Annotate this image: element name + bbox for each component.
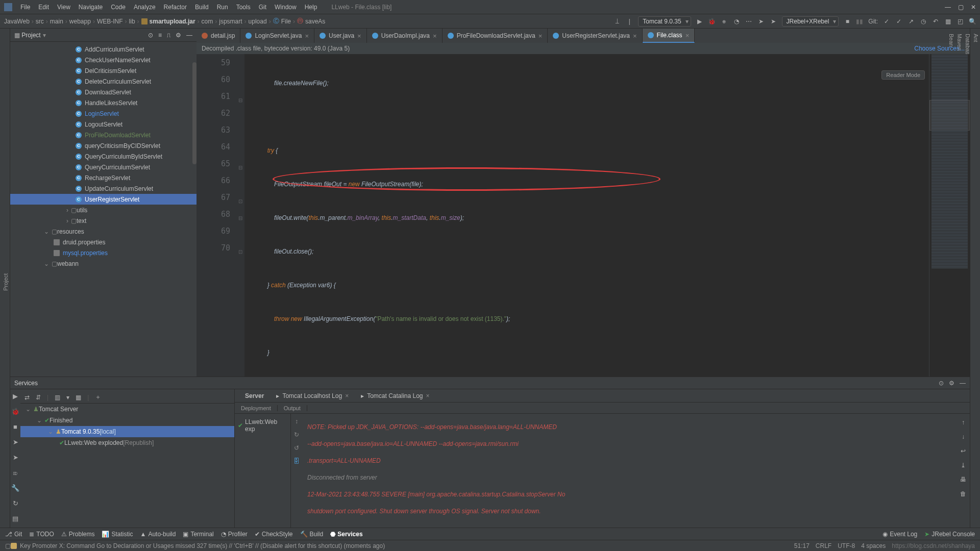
close-tab-icon[interactable]: × [433,32,437,40]
view-icon[interactable]: ▤ [12,515,19,522]
refresh-icon[interactable]: ↻ [12,499,19,507]
breadcrumb-item[interactable]: upload [249,18,267,25]
bottom-statistic[interactable]: 📊Statistic [102,531,133,538]
grid-icon[interactable]: ▦ [76,394,81,401]
chevron-down-icon[interactable]: ▾ [43,32,46,39]
minimize-icon[interactable]: — [945,4,951,11]
ide-maximize-icon[interactable]: ◰ [957,18,964,25]
bottom-build[interactable]: 🔨Build [300,531,324,538]
tab-loginservlet[interactable]: LoginServlet.java× [240,29,314,43]
menu-git[interactable]: Git [255,4,271,11]
breadcrumb-item[interactable]: main [50,18,63,25]
services-node-root[interactable]: ⌄♟ Tomcat Server [20,404,234,415]
search-icon[interactable]: 🔍 [969,18,976,25]
git-commit-icon[interactable]: ✓ [895,18,902,25]
tab-userdaoimpl[interactable]: UserDaoImpl.java× [367,29,443,43]
tree-file-item[interactable]: mysql.properties [10,247,197,258]
tree-folder-utils[interactable]: ›▢ utils [10,205,197,215]
console-tab-localhost[interactable]: ▸Tomcat Localhost Log× [271,390,354,402]
layout-icon[interactable]: ▥ [55,394,60,401]
run-icon[interactable]: ▶ [696,18,703,25]
scroll-to-end-icon[interactable]: ⤓ [961,462,966,469]
expand-icon[interactable]: ↻ [294,431,299,438]
menu-run[interactable]: Run [213,4,232,11]
warning-icon[interactable] [11,543,17,549]
tab-profiledownload[interactable]: ProFileDownloadServlet.java× [443,29,548,43]
debug-icon[interactable]: 🐞 [12,408,19,415]
build-icon[interactable]: ⟘ [614,18,621,25]
tab-user[interactable]: User.java× [314,29,367,43]
add-icon[interactable]: ＋ [95,393,101,402]
tree-folder-webapp[interactable]: ⌄▢ webann [10,258,197,269]
tree-folder-resources[interactable]: ⌄▢ resources [10,226,197,237]
menu-file[interactable]: File [16,4,34,11]
collapse-icon[interactable]: ⎍ [167,32,170,39]
menu-tools[interactable]: Tools [232,4,255,11]
jrebel-run-icon[interactable]: ➤ [757,18,765,25]
menu-edit[interactable]: Edit [34,4,53,11]
git-push-icon[interactable]: ↗ [908,18,915,25]
left-tab-project[interactable]: Project [2,29,10,536]
status-position[interactable]: 51:17 [794,542,810,549]
tab-detail[interactable]: detail.jsp [197,29,240,43]
settings-icon[interactable]: ⚙ [176,32,181,39]
debug-icon[interactable]: 🐞 [708,18,716,25]
stop-icon[interactable]: ■ [844,18,851,25]
soft-wrap-icon[interactable]: ↩ [961,447,966,455]
col-output[interactable]: Output [278,405,307,411]
services-node-artifact[interactable]: ✔ LLweb:Web exploded [Republish] [20,437,234,448]
close-icon[interactable]: ✕ [971,4,976,11]
bottom-terminal[interactable]: ▣Terminal [183,531,213,538]
close-tab-icon[interactable]: × [538,32,543,40]
bottom-git[interactable]: ⎇Git [5,531,22,538]
git-rollback-icon[interactable]: ↶ [932,18,939,25]
status-line-sep[interactable]: CRLF [816,542,831,549]
project-title[interactable]: Project [14,32,41,39]
menu-navigate[interactable]: Navigate [75,4,107,11]
menu-refactor[interactable]: Refactor [160,4,191,11]
bottom-profiler[interactable]: ◔Profiler [221,531,248,538]
tab-userregister[interactable]: UserRegisterServlet.java× [548,29,642,43]
services-node-finished[interactable]: ⌄✔ Finished [20,415,234,426]
tree-folder-text[interactable]: ›▢ text [10,215,197,226]
tree-class-item-selected[interactable]: UserRegisterServlet [10,194,197,205]
tree-expand-icon[interactable]: ⇄ [24,394,30,401]
bottom-autobuild[interactable]: ▲Auto-build [140,531,176,538]
filter-icon[interactable]: ⎄ [12,469,19,476]
close-tab-icon[interactable]: × [685,32,690,39]
console-output[interactable]: NOTE: Picked up JDK_JAVA_OPTIONS: --add-… [302,414,957,528]
locate-icon[interactable]: ⊙ [148,32,153,39]
breadcrumb-item[interactable]: com [202,18,213,25]
clear-icon[interactable]: 🗑 [960,490,966,497]
breadcrumb-item[interactable]: smartupload.jar [150,18,195,25]
console-tab-server[interactable]: Server [240,390,269,402]
deployment-item[interactable]: ✔LLweb:Web exp [238,417,287,434]
breadcrumb-item[interactable]: File [281,18,291,25]
services-title[interactable]: Services [14,380,38,387]
close-tab-icon[interactable]: × [305,32,309,40]
stop-all-icon[interactable]: ▮▮ [856,18,863,25]
breadcrumb-item[interactable]: lib [129,18,135,25]
menu-help[interactable]: Help [301,4,322,11]
expand-icon[interactable]: ≡ [158,32,162,39]
jrebel-icon[interactable]: ➤ [12,438,19,445]
ide-settings-icon[interactable]: ▦ [944,18,951,25]
jrebel-debug-icon[interactable]: ➤ [770,18,777,25]
jrebel-icon[interactable]: ➤ [12,454,19,461]
hide-icon[interactable]: — [960,380,966,387]
menu-analyze[interactable]: Analyze [130,4,160,11]
breadcrumb-item[interactable]: src [36,18,44,25]
scroll-top-icon[interactable]: ↑ [962,419,965,426]
tree-collapse-icon[interactable]: ⇵ [36,394,41,401]
bottom-problems[interactable]: ⚠Problems [61,531,95,538]
services-tree[interactable]: ⇄ ⇵ | ▥ ▾ ▦ | ＋ ⌄♟ Tomcat Server ⌄✔ Fini… [20,389,235,528]
minimap-viewport[interactable] [929,100,970,131]
breadcrumb-item[interactable]: webapp [69,18,91,25]
deployment-list[interactable]: ✔LLweb:Web exp [235,414,291,528]
maximize-icon[interactable]: ▢ [958,4,964,11]
stop-icon[interactable]: ■ [12,423,19,430]
status-indent[interactable]: 4 spaces [861,542,886,549]
run-icon[interactable]: ▶ [12,392,19,399]
bottom-eventlog[interactable]: ◉Event Log [883,531,917,538]
scroll-bottom-icon[interactable]: ↓ [962,433,965,440]
